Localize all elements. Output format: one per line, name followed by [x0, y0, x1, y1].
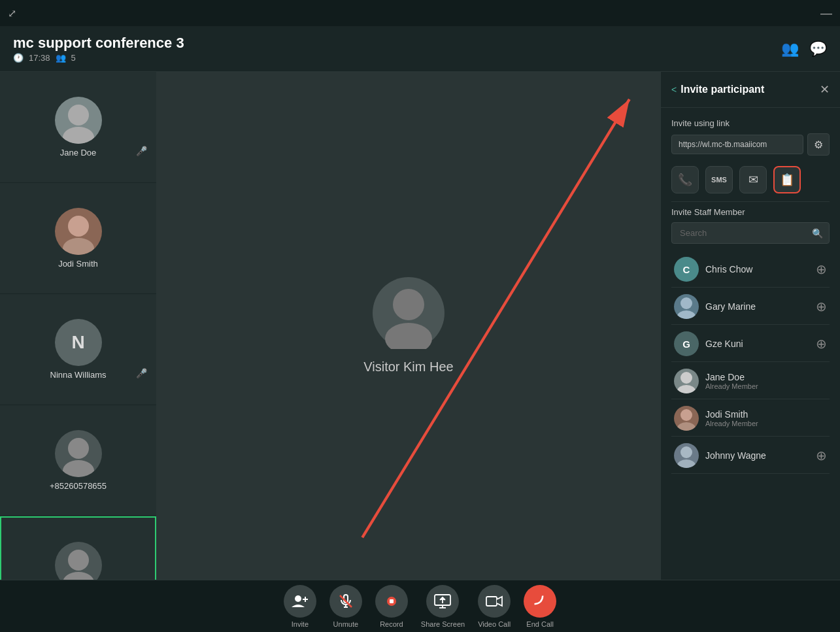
search-row: 🔍 [671, 222, 830, 244]
staff-info-chris-chow: Chris Chow [705, 264, 809, 274]
staff-name-gze-kuni: Gze Kuni [705, 339, 809, 349]
main-speaker: Visitor Kim Hee [363, 277, 453, 374]
mute-icon-jane-doe: 🎤 [136, 146, 147, 156]
participant-name-phone: +85260578655 [50, 481, 107, 491]
share-phone-btn[interactable]: 📞 [671, 166, 699, 193]
clock-icon: 🕐 [13, 53, 24, 63]
search-icon: 🔍 [812, 228, 823, 239]
svg-point-5 [63, 460, 94, 477]
staff-name-jodi-smith-member: Jodi Smith [705, 409, 827, 420]
header: mc support conference 3 🕐 17:38 👥 5 👥 💬 [0, 26, 840, 72]
svg-point-0 [68, 105, 89, 125]
participant-tile-phone-user: +85260578655 [0, 405, 156, 516]
svg-point-2 [68, 216, 89, 237]
participant-name-jodi-smith: Jodi Smith [58, 259, 98, 269]
panel-body: Invite using link ⚙ 📞 SMS ✉ 📋 Invite Sta… [661, 108, 840, 580]
unmute-btn-label: Unmute [333, 620, 359, 628]
conference-title: mc support conference 3 [13, 35, 184, 52]
participant-avatar-jane-doe [55, 97, 102, 144]
invite-btn[interactable]: Invite [284, 585, 316, 628]
staff-section-label: Invite Staff Member [671, 207, 830, 217]
invite-staff-section: Invite Staff Member 🔍 C Chris Chow ⊕ [671, 207, 830, 474]
participant-avatar-jodi-smith [55, 208, 102, 255]
invite-link-input[interactable] [671, 135, 803, 154]
participant-tile-ninna-williams: N Ninna Williams 🎤 [0, 294, 156, 405]
staff-item-jane-doe-member: Jane Doe Already Member [671, 363, 830, 399]
add-gze-kuni-btn[interactable]: ⊕ [816, 336, 827, 352]
video-call-btn-label: Video Call [478, 620, 511, 628]
staff-info-gary-marine: Gary Marine [705, 301, 809, 312]
participants-count: 5 [71, 53, 76, 63]
staff-name-johnny-wagne: Johnny Wagne [705, 450, 809, 461]
staff-info-gze-kuni: Gze Kuni [705, 339, 809, 349]
video-call-btn-icon [478, 585, 511, 618]
main-speaker-avatar [373, 277, 445, 349]
svg-point-1 [63, 127, 94, 144]
invite-btn-icon [284, 585, 316, 618]
main-speaker-name: Visitor Kim Hee [363, 359, 453, 374]
invite-link-label: Invite using link [671, 118, 830, 128]
staff-avatar-johnny-wagne [674, 443, 699, 468]
invite-btn-label: Invite [292, 620, 309, 628]
share-clipboard-btn[interactable]: 📋 [773, 166, 801, 193]
participant-tile-visitor-kim: Visitor Kim Hee 🎤 [0, 516, 156, 580]
svg-point-7 [63, 572, 94, 580]
conference-time: 17:38 [29, 53, 50, 63]
main-video-area: Visitor Kim Hee [157, 72, 660, 580]
panel-close-btn[interactable]: ✕ [820, 82, 830, 97]
staff-name-chris-chow: Chris Chow [705, 264, 809, 274]
participants-sidebar: Jane Doe 🎤 Jodi Smith N Ninna Williams 🎤… [0, 72, 157, 580]
staff-sub-jodi-smith-member: Already Member [705, 420, 827, 427]
header-left: mc support conference 3 🕐 17:38 👥 5 [13, 35, 184, 63]
svg-point-20 [295, 595, 301, 602]
panel-title: Invite participant [680, 84, 764, 95]
mic-icon-ninna: 🎤 [136, 368, 147, 378]
panel-back-btn[interactable]: < [671, 84, 677, 95]
participant-tile-jane-doe: Jane Doe 🎤 [0, 72, 156, 183]
video-call-btn[interactable]: Video Call [478, 585, 511, 628]
staff-info-jodi-smith-member: Jodi Smith Already Member [705, 409, 827, 427]
svg-point-14 [680, 372, 692, 384]
invite-link-row: ⚙ [671, 133, 830, 156]
add-gary-marine-btn[interactable]: ⊕ [816, 299, 827, 314]
svg-point-15 [677, 385, 696, 393]
staff-item-chris-chow: C Chris Chow ⊕ [671, 252, 830, 288]
staff-item-gary-marine: Gary Marine ⊕ [671, 289, 830, 325]
svg-point-16 [680, 409, 692, 421]
unmute-btn-icon [329, 585, 362, 618]
staff-name-gary-marine: Gary Marine [705, 301, 809, 312]
panel-header: < Invite participant ✕ [661, 72, 840, 108]
staff-name-jane-doe-member: Jane Doe [705, 372, 827, 382]
svg-point-12 [680, 297, 692, 309]
minimize-icon[interactable]: ⤢ [8, 7, 16, 20]
header-right: 👥 💬 [781, 41, 827, 58]
staff-sub-jane-doe-member: Already Member [705, 382, 827, 390]
chat-panel-btn[interactable]: 💬 [809, 41, 827, 58]
svg-point-8 [393, 289, 424, 320]
main-layout: Jane Doe 🎤 Jodi Smith N Ninna Williams 🎤… [0, 72, 840, 580]
add-johnny-wagne-btn[interactable]: ⊕ [816, 448, 827, 463]
end-call-btn[interactable]: End Call [524, 585, 556, 628]
share-email-btn[interactable]: ✉ [739, 166, 767, 193]
staff-search-input[interactable] [671, 222, 830, 244]
end-call-btn-icon [524, 585, 556, 618]
add-chris-chow-btn[interactable]: ⊕ [816, 261, 827, 277]
record-btn-icon [375, 585, 408, 618]
staff-avatar-gary-marine [674, 294, 699, 319]
invite-participant-panel: < Invite participant ✕ Invite using link… [660, 72, 840, 580]
staff-list: C Chris Chow ⊕ Gary Marine [671, 252, 830, 474]
share-screen-btn[interactable]: Share Screen [421, 585, 465, 628]
participant-tile-jodi-smith: Jodi Smith [0, 183, 156, 294]
participants-panel-btn[interactable]: 👥 [781, 41, 799, 58]
svg-point-4 [68, 438, 89, 459]
titlebar-left: ⤢ [8, 7, 16, 20]
participant-name-jane-doe: Jane Doe [60, 148, 97, 158]
record-btn[interactable]: Record [375, 585, 408, 628]
unmute-btn[interactable]: Unmute [329, 585, 362, 628]
toolbar: Invite Unmute Record Share Screen Video … [0, 580, 840, 632]
invite-link-settings-btn[interactable]: ⚙ [807, 133, 830, 156]
staff-item-jodi-smith-member: Jodi Smith Already Member [671, 401, 830, 437]
close-icon[interactable]: — [820, 7, 832, 20]
share-sms-btn[interactable]: SMS [705, 166, 733, 193]
svg-point-3 [63, 238, 94, 255]
